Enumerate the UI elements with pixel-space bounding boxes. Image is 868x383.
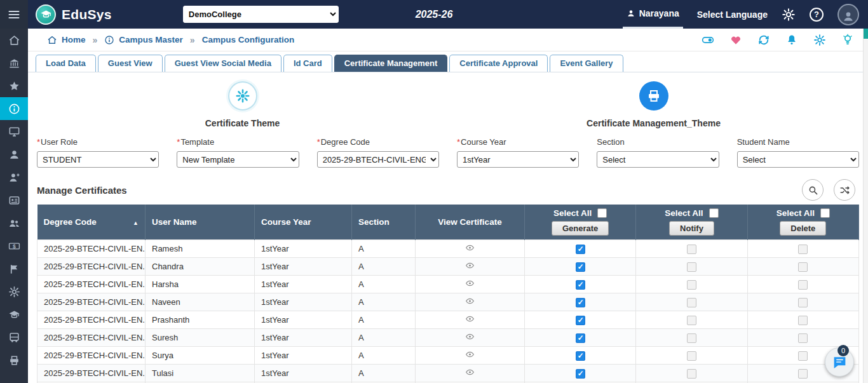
filter-select-course-year[interactable]: 1stYear [457, 151, 579, 168]
eye-icon[interactable] [464, 332, 476, 341]
delete-checkbox[interactable] [798, 369, 808, 379]
delete-checkbox[interactable] [798, 351, 808, 361]
breadcrumb-campus-master[interactable]: Campus Master [104, 35, 183, 45]
filter-select-student-name[interactable]: Select [737, 151, 859, 168]
toggle-icon[interactable] [702, 34, 714, 46]
sidebar-item-user-add[interactable] [0, 166, 28, 189]
sidebar-item-finance[interactable]: $ [0, 234, 28, 257]
delete-checkbox[interactable] [798, 333, 808, 343]
eye-icon[interactable] [464, 279, 476, 288]
gear-icon[interactable] [813, 34, 826, 46]
sidebar-item-users[interactable] [0, 212, 28, 234]
notify-checkbox[interactable] [687, 333, 696, 343]
breadcrumb-home[interactable]: Home [47, 35, 86, 45]
tab-id-card[interactable]: Id Card [283, 55, 332, 72]
scrollbar-track[interactable] [863, 29, 868, 383]
select-language-menu[interactable]: Select Language [697, 10, 768, 20]
select-all-delete-checkbox[interactable] [820, 208, 830, 218]
generate-checkbox[interactable] [576, 333, 585, 343]
settings-gear-icon[interactable] [782, 8, 796, 22]
col-section[interactable]: Section [352, 205, 416, 240]
bell-icon[interactable] [785, 34, 798, 46]
col-user-name[interactable]: User Name [146, 205, 255, 240]
user-menu[interactable]: Narayana [623, 0, 683, 29]
generate-checkbox[interactable] [576, 316, 585, 325]
certificate-theme-button[interactable] [228, 81, 257, 111]
shuffle-button[interactable] [834, 179, 855, 201]
sidebar-item-home[interactable] [0, 29, 28, 51]
sidebar-item-user[interactable] [0, 143, 28, 166]
certificate-management-theme-button[interactable] [639, 81, 668, 111]
sidebar-item-info[interactable] [0, 97, 28, 120]
notify-checkbox[interactable] [687, 369, 696, 379]
delete-checkbox[interactable] [798, 280, 808, 290]
filter-select-template[interactable]: New Template [177, 151, 299, 168]
delete-checkbox[interactable] [798, 262, 808, 272]
col-degree-code[interactable]: Degree Code ▲ [37, 205, 146, 240]
notify-checkbox[interactable] [687, 245, 696, 254]
generate-checkbox[interactable] [576, 351, 585, 361]
scrollbar-thumb[interactable] [864, 29, 868, 39]
col-view-certificate: View Certificate [416, 205, 525, 240]
tab-certificate-approval[interactable]: Certificate Approval [449, 55, 548, 72]
refresh-icon[interactable] [757, 34, 770, 46]
notify-button[interactable]: Notify [669, 221, 714, 236]
tab-bar: Load DataGuest ViewGuest View Social Med… [28, 51, 868, 72]
table-header-row: Degree Code ▲ User Name Course Year Sect… [37, 205, 859, 240]
tab-certificate-management[interactable]: Certificate Management [334, 55, 448, 72]
sidebar-item-graduation[interactable] [0, 303, 28, 326]
generate-checkbox[interactable] [576, 298, 585, 307]
sidebar-item-bus[interactable] [0, 326, 28, 349]
sidebar-item-institution[interactable] [0, 51, 28, 74]
generate-checkbox[interactable] [576, 280, 585, 290]
select-all-notify-checkbox[interactable] [709, 208, 719, 218]
eye-icon[interactable] [464, 368, 476, 377]
notify-checkbox[interactable] [687, 280, 696, 290]
notify-checkbox[interactable] [687, 351, 696, 361]
avatar-user-icon [842, 10, 855, 23]
select-all-generate-checkbox[interactable] [597, 208, 607, 218]
delete-button[interactable]: Delete [780, 221, 826, 236]
eye-icon[interactable] [464, 297, 476, 306]
tab-load-data[interactable]: Load Data [36, 55, 96, 72]
avatar[interactable] [837, 4, 859, 25]
tab-guest-view[interactable]: Guest View [98, 55, 163, 72]
hamburger-menu-button[interactable] [0, 0, 28, 29]
filter-select-user-role[interactable]: STUDENT [37, 151, 159, 168]
heart-icon[interactable] [729, 34, 742, 46]
sidebar-item-id-card[interactable] [0, 189, 28, 212]
cell-generate [525, 276, 636, 293]
generate-button[interactable]: Generate [552, 221, 609, 236]
sidebar-item-printer[interactable] [0, 349, 28, 372]
notify-checkbox[interactable] [687, 316, 696, 325]
cell-view-certificate [416, 293, 525, 311]
college-select[interactable]: DemoCollege [183, 6, 339, 23]
notify-checkbox[interactable] [687, 298, 696, 307]
filter-select-section[interactable]: Select [597, 151, 719, 168]
tab-event-gallery[interactable]: Event Gallery [550, 55, 623, 72]
generate-checkbox[interactable] [576, 262, 585, 272]
cell-notify [636, 365, 747, 382]
delete-checkbox[interactable] [798, 245, 808, 254]
eye-icon[interactable] [464, 261, 476, 270]
filter-select-degree-code[interactable]: 2025-29-BTECH-CIVIL-ENG-GEN [317, 151, 439, 168]
table-row: 2025-29-BTECH-CIVIL-EN...Harsha1stYearA [37, 276, 859, 293]
eye-icon[interactable] [464, 314, 476, 323]
col-course-year[interactable]: Course Year [255, 205, 352, 240]
delete-checkbox[interactable] [798, 316, 808, 325]
sidebar-item-star[interactable] [0, 74, 28, 97]
delete-checkbox[interactable] [798, 298, 808, 307]
search-button[interactable] [802, 179, 824, 201]
tab-guest-view-social-media[interactable]: Guest View Social Media [165, 55, 281, 72]
eye-icon[interactable] [464, 243, 476, 252]
generate-checkbox[interactable] [576, 369, 585, 379]
sidebar-item-monitor[interactable] [0, 120, 28, 143]
bulb-icon[interactable] [841, 34, 854, 46]
generate-checkbox[interactable] [576, 245, 585, 254]
notify-checkbox[interactable] [687, 262, 696, 272]
help-button[interactable]: ? [810, 8, 824, 22]
sidebar-item-gear[interactable] [0, 280, 28, 303]
eye-icon[interactable] [464, 350, 476, 359]
cell-section: A [352, 240, 416, 258]
sidebar-item-flag[interactable] [0, 257, 28, 280]
